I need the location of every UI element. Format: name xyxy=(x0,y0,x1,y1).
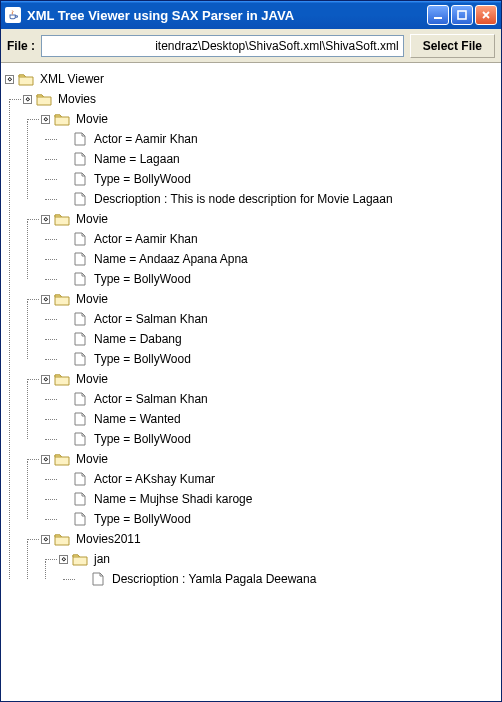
window-title: XML Tree Viewer using SAX Parser in JAVA xyxy=(27,8,427,23)
tree-node-label: Actor = Salman Khan xyxy=(92,391,210,407)
tree-node-label: XML Viewer xyxy=(38,71,106,87)
app-window: XML Tree Viewer using SAX Parser in JAVA… xyxy=(0,0,502,702)
file-path-input[interactable] xyxy=(41,35,404,57)
tree-movies-node[interactable]: ⋄Movies xyxy=(23,89,497,109)
file-icon xyxy=(72,152,88,166)
tree-spacer xyxy=(59,355,68,364)
tree-node-label: Type = BollyWood xyxy=(92,511,193,527)
tree-leaf-node[interactable]: Name = Mujhse Shadi karoge xyxy=(59,489,497,509)
tree-node-label: Movie xyxy=(74,371,110,387)
toggle-icon[interactable]: ⋄ xyxy=(59,555,68,564)
window-controls xyxy=(427,5,497,25)
tree-node-label: Movies2011 xyxy=(74,531,143,547)
tree-node-label: Actor = Salman Khan xyxy=(92,311,210,327)
toggle-icon[interactable]: ⋄ xyxy=(41,455,50,464)
toggle-icon[interactable]: ⋄ xyxy=(41,215,50,224)
tree-node-label: jan xyxy=(92,551,112,567)
file-icon xyxy=(72,312,88,326)
maximize-button[interactable] xyxy=(451,5,473,25)
file-icon xyxy=(72,392,88,406)
tree-leaf-node[interactable]: Name = Wanted xyxy=(59,409,497,429)
toggle-icon[interactable]: ⋄ xyxy=(5,75,14,84)
tree-node-label: Name = Lagaan xyxy=(92,151,182,167)
folder-icon xyxy=(54,292,70,306)
tree-root-node[interactable]: ⋄XML Viewer xyxy=(5,69,497,89)
file-icon xyxy=(72,352,88,366)
tree-spacer xyxy=(59,495,68,504)
tree-leaf-node[interactable]: Type = BollyWood xyxy=(59,429,497,449)
tree-spacer xyxy=(59,515,68,524)
tree-spacer xyxy=(59,315,68,324)
java-cup-icon xyxy=(5,7,21,23)
tree-leaf-node[interactable]: Actor = Aamir Khan xyxy=(59,229,497,249)
tree-leaf-node[interactable]: Name = Andaaz Apana Apna xyxy=(59,249,497,269)
tree-spacer xyxy=(59,175,68,184)
tree-movie-node[interactable]: ⋄Movie xyxy=(41,449,497,469)
svg-rect-1 xyxy=(458,11,466,19)
tree-leaf-node[interactable]: Type = BollyWood xyxy=(59,169,497,189)
tree-leaf-node[interactable]: Name = Dabang xyxy=(59,329,497,349)
tree-leaf-node[interactable]: Name = Lagaan xyxy=(59,149,497,169)
tree-leaf-node[interactable]: Descrioption : This is node description … xyxy=(59,189,497,209)
close-button[interactable] xyxy=(475,5,497,25)
file-icon xyxy=(72,412,88,426)
tree-movie-node[interactable]: ⋄Movie xyxy=(41,289,497,309)
minimize-button[interactable] xyxy=(427,5,449,25)
tree-jan-node[interactable]: ⋄jan xyxy=(59,549,497,569)
tree-spacer xyxy=(59,335,68,344)
tree-node-label: Name = Andaaz Apana Apna xyxy=(92,251,250,267)
file-icon xyxy=(72,192,88,206)
tree-node-label: Type = BollyWood xyxy=(92,271,193,287)
tree-node-label: Type = BollyWood xyxy=(92,171,193,187)
file-icon xyxy=(72,512,88,526)
folder-icon xyxy=(54,532,70,546)
tree-leaf-node[interactable]: Descrioption : Yamla Pagala Deewana xyxy=(77,569,497,589)
file-icon xyxy=(72,272,88,286)
tree-node-label: Descrioption : Yamla Pagala Deewana xyxy=(110,571,318,587)
tree-movies2011-node[interactable]: ⋄Movies2011 xyxy=(41,529,497,549)
folder-icon xyxy=(54,112,70,126)
tree-node-label: Type = BollyWood xyxy=(92,431,193,447)
tree-spacer xyxy=(59,395,68,404)
toggle-icon[interactable]: ⋄ xyxy=(41,375,50,384)
tree-spacer xyxy=(59,415,68,424)
tree-node-label: Movie xyxy=(74,211,110,227)
tree-leaf-node[interactable]: Actor = AKshay Kumar xyxy=(59,469,497,489)
file-icon xyxy=(72,132,88,146)
tree-movie-node[interactable]: ⋄Movie xyxy=(41,209,497,229)
select-file-button[interactable]: Select File xyxy=(410,34,495,58)
file-icon xyxy=(72,432,88,446)
tree-movie-node[interactable]: ⋄Movie xyxy=(41,109,497,129)
tree-spacer xyxy=(59,435,68,444)
tree-panel[interactable]: ⋄XML Viewer⋄Movies⋄MovieActor = Aamir Kh… xyxy=(1,63,501,701)
tree-leaf-node[interactable]: Actor = Aamir Khan xyxy=(59,129,497,149)
folder-icon xyxy=(54,452,70,466)
file-toolbar: File : Select File xyxy=(1,29,501,63)
folder-icon xyxy=(18,72,34,86)
file-icon xyxy=(72,252,88,266)
svg-rect-0 xyxy=(434,17,442,19)
tree-node-label: Movie xyxy=(74,451,110,467)
toggle-icon[interactable]: ⋄ xyxy=(23,95,32,104)
tree-leaf-node[interactable]: Type = BollyWood xyxy=(59,349,497,369)
file-icon xyxy=(72,232,88,246)
toggle-icon[interactable]: ⋄ xyxy=(41,535,50,544)
tree-leaf-node[interactable]: Type = BollyWood xyxy=(59,269,497,289)
toggle-icon[interactable]: ⋄ xyxy=(41,295,50,304)
tree-node-label: Descrioption : This is node description … xyxy=(92,191,395,207)
folder-icon xyxy=(72,552,88,566)
file-icon xyxy=(72,172,88,186)
tree-spacer xyxy=(59,255,68,264)
tree-leaf-node[interactable]: Actor = Salman Khan xyxy=(59,389,497,409)
tree-movie-node[interactable]: ⋄Movie xyxy=(41,369,497,389)
file-icon xyxy=(72,332,88,346)
file-icon xyxy=(90,572,106,586)
tree-node-label: Movies xyxy=(56,91,98,107)
tree-leaf-node[interactable]: Actor = Salman Khan xyxy=(59,309,497,329)
tree-spacer xyxy=(59,135,68,144)
toggle-icon[interactable]: ⋄ xyxy=(41,115,50,124)
folder-icon xyxy=(54,212,70,226)
tree-spacer xyxy=(77,575,86,584)
tree-leaf-node[interactable]: Type = BollyWood xyxy=(59,509,497,529)
tree-spacer xyxy=(59,235,68,244)
